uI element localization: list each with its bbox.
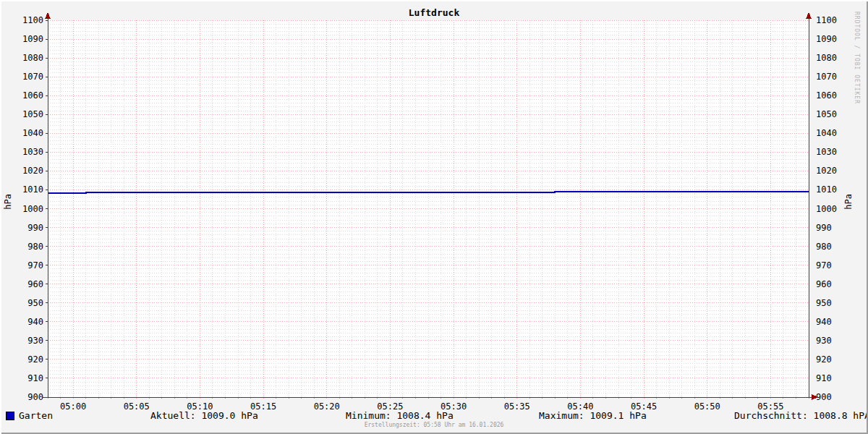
svg-text:1040: 1040 xyxy=(816,128,837,138)
svg-text:05:20: 05:20 xyxy=(314,401,340,412)
svg-text:1060: 1060 xyxy=(816,90,837,101)
svg-text:1020: 1020 xyxy=(22,166,43,176)
svg-text:05:35: 05:35 xyxy=(504,401,530,412)
svg-text:930: 930 xyxy=(816,336,832,346)
svg-text:1030: 1030 xyxy=(816,147,837,157)
creation-timestamp: Erstellungszeit: 05:58 Uhr am 16.01.2026 xyxy=(0,422,868,428)
legend-series-label: Garten xyxy=(19,410,53,421)
rrdtool-watermark: RRDTOOL / TOBI OETIKER xyxy=(854,12,860,104)
svg-text:1050: 1050 xyxy=(816,109,837,119)
svg-text:1010: 1010 xyxy=(816,184,837,195)
svg-text:920: 920 xyxy=(27,354,43,365)
svg-text:1030: 1030 xyxy=(22,147,43,157)
svg-text:950: 950 xyxy=(27,298,43,308)
svg-text:990: 990 xyxy=(27,223,43,233)
pressure-chart-plot-area: 05:0005:0505:1005:1505:2005:2505:3005:35… xyxy=(0,0,868,434)
stat-aktuell: Aktuell: 1009.0 hPa xyxy=(150,410,258,421)
svg-text:970: 970 xyxy=(27,260,43,271)
svg-text:960: 960 xyxy=(816,279,832,289)
svg-text:1090: 1090 xyxy=(22,34,43,44)
svg-text:1070: 1070 xyxy=(22,72,43,82)
svg-text:980: 980 xyxy=(816,242,832,252)
svg-text:1100: 1100 xyxy=(22,15,43,25)
svg-text:990: 990 xyxy=(816,223,832,233)
stat-maximum: Maximum: 1009.1 hPa xyxy=(539,410,647,421)
svg-text:05:50: 05:50 xyxy=(694,401,720,412)
svg-text:1100: 1100 xyxy=(816,15,837,25)
svg-text:1090: 1090 xyxy=(816,34,837,44)
svg-text:910: 910 xyxy=(816,373,832,383)
svg-text:940: 940 xyxy=(27,317,43,327)
y-axis-label-right: hPa xyxy=(843,194,854,210)
svg-text:05:00: 05:00 xyxy=(60,401,86,412)
svg-text:1020: 1020 xyxy=(816,166,837,176)
svg-text:1050: 1050 xyxy=(22,109,43,119)
svg-text:1000: 1000 xyxy=(816,204,837,214)
svg-text:950: 950 xyxy=(816,298,832,308)
stat-durchschnitt: Durchschnitt: 1008.8 hPA xyxy=(734,410,868,421)
svg-text:930: 930 xyxy=(27,336,43,346)
legend-color-swatch xyxy=(6,412,14,420)
svg-text:1080: 1080 xyxy=(816,53,837,63)
svg-text:970: 970 xyxy=(816,260,832,271)
svg-text:1040: 1040 xyxy=(22,128,43,138)
svg-text:1000: 1000 xyxy=(22,204,43,214)
svg-text:1080: 1080 xyxy=(22,53,43,63)
svg-text:910: 910 xyxy=(27,373,43,383)
svg-text:1060: 1060 xyxy=(22,90,43,101)
y-axis-label-left: hPa xyxy=(3,194,13,210)
svg-text:980: 980 xyxy=(27,242,43,252)
svg-text:920: 920 xyxy=(816,354,832,365)
svg-text:900: 900 xyxy=(27,392,43,402)
svg-text:940: 940 xyxy=(816,317,832,327)
stat-minimum: Minimum: 1008.4 hPa xyxy=(346,410,454,421)
rrdtool-graph: { "title": "Luftdruck", "watermark": "RR… xyxy=(0,0,868,434)
svg-text:960: 960 xyxy=(27,279,43,289)
svg-text:1010: 1010 xyxy=(22,184,43,195)
svg-text:900: 900 xyxy=(816,392,832,402)
svg-text:05:05: 05:05 xyxy=(124,401,150,412)
svg-text:1070: 1070 xyxy=(816,72,837,82)
